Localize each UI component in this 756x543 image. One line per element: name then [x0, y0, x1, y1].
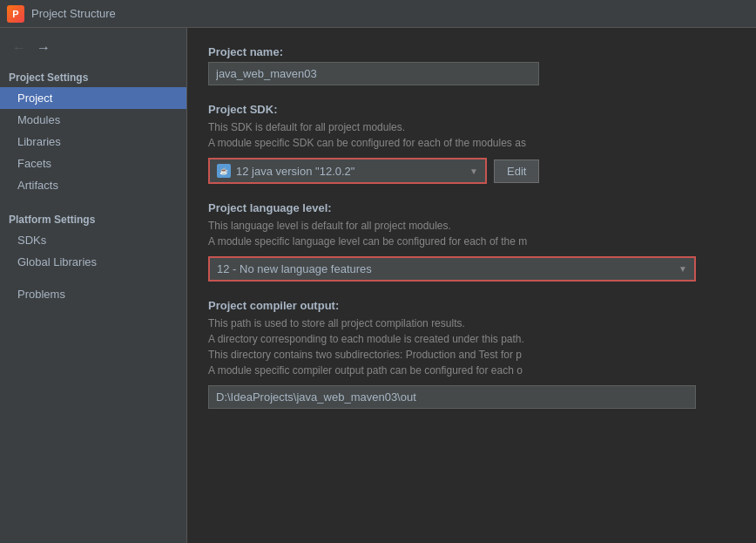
sidebar-item-artifacts[interactable]: Artifacts: [0, 174, 186, 196]
sidebar: ← → Project Settings Project Modules Lib…: [0, 28, 187, 543]
project-language-level-group: Project language level: This language le…: [208, 201, 735, 282]
project-name-input[interactable]: [208, 62, 539, 85]
project-settings-header: Project Settings: [0, 68, 186, 87]
sdk-value: 12 java version "12.0.2": [236, 165, 354, 178]
project-sdk-desc1: This SDK is default for all project modu…: [208, 119, 735, 151]
title-bar: P Project Structure: [0, 0, 756, 28]
language-level-value: 12 - No new language features: [217, 262, 372, 275]
sidebar-item-global-libraries[interactable]: Global Libraries: [0, 251, 186, 273]
edit-sdk-button[interactable]: Edit: [494, 160, 539, 183]
app-logo: P: [7, 5, 24, 23]
project-language-level-label: Project language level:: [208, 201, 735, 214]
sdk-icon: ☕: [217, 164, 231, 178]
back-arrow[interactable]: ←: [9, 38, 30, 58]
language-level-arrow: ▼: [678, 264, 687, 274]
sidebar-item-facets[interactable]: Facets: [0, 153, 186, 174]
sidebar-item-modules[interactable]: Modules: [0, 109, 186, 131]
sdk-dropdown-arrow: ▼: [469, 166, 478, 176]
divider: [0, 196, 186, 207]
sidebar-item-project[interactable]: Project: [0, 87, 186, 109]
project-name-label: Project name:: [208, 45, 735, 58]
compiler-output-label: Project compiler output:: [208, 299, 735, 312]
forward-arrow[interactable]: →: [33, 38, 54, 58]
content-area: Project name: Project SDK: This SDK is d…: [187, 28, 756, 543]
platform-settings-header: Platform Settings: [0, 210, 186, 229]
nav-arrows: ← →: [0, 35, 186, 64]
divider2: [0, 273, 186, 283]
project-name-group: Project name:: [208, 45, 735, 85]
sidebar-item-libraries[interactable]: Libraries: [0, 131, 186, 153]
project-sdk-group: Project SDK: This SDK is default for all…: [208, 103, 735, 184]
sdk-dropdown-inner: ☕ 12 java version "12.0.2": [217, 164, 354, 178]
language-level-dropdown[interactable]: 12 - No new language features ▼: [208, 256, 696, 282]
sdk-dropdown[interactable]: ☕ 12 java version "12.0.2" ▼: [208, 158, 487, 184]
compiler-output-input[interactable]: [208, 385, 696, 409]
compiler-output-group: Project compiler output: This path is us…: [208, 299, 735, 409]
title-bar-text: Project Structure: [31, 7, 116, 20]
project-language-level-desc: This language level is default for all p…: [208, 218, 735, 249]
project-sdk-label: Project SDK:: [208, 103, 735, 116]
sdk-row: ☕ 12 java version "12.0.2" ▼ Edit: [208, 158, 735, 184]
sidebar-item-problems[interactable]: Problems: [0, 283, 186, 305]
main-container: ← → Project Settings Project Modules Lib…: [0, 28, 756, 543]
compiler-output-desc: This path is used to store all project c…: [208, 316, 735, 378]
sidebar-item-sdks[interactable]: SDKs: [0, 229, 186, 251]
